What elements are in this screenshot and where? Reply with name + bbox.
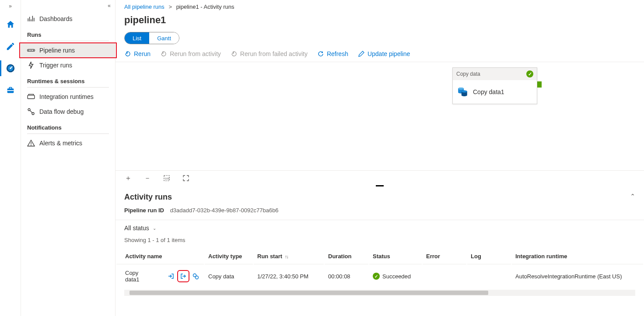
col-activity-name[interactable]: Activity name bbox=[116, 249, 204, 264]
activity-runs-section: Activity runs ⌄ bbox=[116, 186, 644, 204]
pipeline-runs-icon bbox=[27, 46, 35, 54]
pipeline-canvas[interactable]: Copy data Copy data1 ＋ bbox=[116, 62, 644, 186]
toolbar-rerun-failed: Rerun from failed activity bbox=[231, 50, 308, 57]
col-error[interactable]: Error bbox=[423, 249, 466, 264]
page-title: pipeline1 bbox=[116, 12, 644, 32]
svg-text:100: 100 bbox=[165, 177, 170, 180]
cell-activity-name: Copy data1 bbox=[125, 270, 154, 283]
col-status[interactable]: Status bbox=[369, 249, 422, 264]
sidebar-item-dashboards[interactable]: Dashboards bbox=[21, 11, 115, 26]
run-id-value: d3adadd7-032b-439e-9b87-0092c77ba6b6 bbox=[170, 207, 279, 214]
svg-rect-10 bbox=[28, 95, 35, 99]
svg-point-8 bbox=[31, 50, 32, 51]
col-run-start[interactable]: Run start↑↓ bbox=[254, 249, 324, 264]
svg-point-12 bbox=[32, 112, 34, 115]
sidebar-item-alerts-metrics[interactable]: Alerts & metrics bbox=[21, 136, 115, 151]
sidebar-item-data-flow-debug[interactable]: Data flow debug bbox=[21, 104, 115, 119]
rail-expand-icon[interactable]: » bbox=[9, 2, 12, 11]
view-toggle-list[interactable]: List bbox=[125, 32, 149, 44]
activity-card-name: Copy data1 bbox=[473, 88, 504, 95]
toolbar-refresh[interactable]: Refresh bbox=[317, 50, 348, 57]
zoom-in-icon[interactable]: ＋ bbox=[124, 174, 132, 182]
cell-activity-type: Copy data bbox=[205, 265, 253, 287]
output-icon[interactable] bbox=[178, 271, 188, 281]
input-icon[interactable] bbox=[166, 271, 176, 281]
sidebar-section-runs: Runs bbox=[27, 26, 109, 41]
sidebar-section-notifications: Notifications bbox=[27, 119, 109, 134]
rail-author[interactable] bbox=[3, 39, 18, 54]
sidebar-item-trigger-runs[interactable]: Trigger runs bbox=[21, 58, 115, 73]
data-flow-debug-icon bbox=[27, 108, 35, 116]
cell-log bbox=[467, 265, 511, 287]
run-id-row: Pipeline run ID d3adadd7-032b-439e-9b87-… bbox=[116, 204, 644, 220]
icon-rail: » bbox=[0, 0, 21, 316]
view-toggle-gantt[interactable]: Gantt bbox=[149, 32, 179, 44]
toolbar-rerun-label: Rerun bbox=[134, 50, 150, 57]
alerts-icon bbox=[27, 139, 35, 147]
integration-runtimes-icon bbox=[27, 93, 35, 101]
breadcrumb: All pipeline runs > pipeline1 - Activity… bbox=[116, 0, 644, 12]
scrollbar-thumb[interactable] bbox=[130, 291, 488, 295]
breadcrumb-sep: > bbox=[166, 4, 175, 10]
col-duration[interactable]: Duration bbox=[325, 249, 368, 264]
sidebar-label-pipeline-runs: Pipeline runs bbox=[39, 47, 75, 54]
cell-error bbox=[423, 265, 466, 287]
toolbar-update-label: Update pipeline bbox=[368, 50, 410, 57]
gauge-icon bbox=[6, 63, 15, 73]
canvas-footer: ＋ － 100 bbox=[116, 170, 644, 186]
sidebar-label-dashboards: Dashboards bbox=[39, 15, 73, 22]
col-ir[interactable]: Integration runtime bbox=[512, 249, 643, 264]
svg-point-22 bbox=[196, 276, 199, 279]
status-filter[interactable]: All status ⌄ bbox=[124, 225, 156, 232]
zoom-out-icon[interactable]: － bbox=[144, 174, 151, 182]
fullscreen-icon[interactable] bbox=[182, 174, 190, 182]
toolbox-icon bbox=[6, 85, 15, 95]
rail-home[interactable] bbox=[3, 17, 18, 32]
chevron-down-icon: ⌄ bbox=[153, 226, 156, 231]
activity-runs-table: Activity name Activity type Run start↑↓ … bbox=[116, 248, 644, 288]
rerun-failed-icon bbox=[231, 50, 238, 57]
horizontal-scrollbar[interactable] bbox=[124, 290, 635, 296]
details-icon[interactable] bbox=[191, 271, 200, 281]
sort-icon: ↑↓ bbox=[285, 254, 288, 259]
toolbar-rerun-failed-label: Rerun from failed activity bbox=[240, 50, 308, 57]
result-count: Showing 1 - 1 of 1 items bbox=[116, 234, 644, 248]
svg-point-11 bbox=[28, 109, 30, 111]
svg-point-9 bbox=[33, 50, 34, 51]
sidebar-section-runtimes: Runtimes & sessions bbox=[27, 73, 109, 88]
sidebar-item-integration-runtimes[interactable]: Integration runtimes bbox=[21, 89, 115, 104]
collapse-chevron-icon[interactable]: ⌄ bbox=[630, 193, 635, 200]
toolbar-rerun[interactable]: Rerun bbox=[124, 50, 150, 57]
zoom-fit-icon[interactable]: 100 bbox=[163, 174, 171, 182]
svg-point-7 bbox=[28, 50, 30, 51]
col-activity-type[interactable]: Activity type bbox=[205, 249, 253, 264]
sidebar-label-alerts-metrics: Alerts & metrics bbox=[39, 140, 82, 147]
status-success-icon bbox=[373, 273, 380, 280]
rail-monitor[interactable] bbox=[3, 60, 18, 76]
breadcrumb-root[interactable]: All pipeline runs bbox=[124, 4, 164, 10]
resize-handle[interactable] bbox=[376, 185, 384, 186]
toolbar-refresh-label: Refresh bbox=[327, 50, 348, 57]
toolbar-update-pipeline[interactable]: Update pipeline bbox=[358, 50, 410, 57]
svg-point-2 bbox=[10, 67, 11, 69]
view-toggle: List Gantt bbox=[124, 32, 179, 44]
toolbar-rerun-activity: Rerun from activity bbox=[160, 50, 221, 57]
cell-run-start: 1/27/22, 3:40:50 PM bbox=[254, 265, 324, 287]
svg-point-14 bbox=[31, 145, 32, 146]
filter-row: All status ⌄ bbox=[116, 220, 644, 234]
svg-point-18 bbox=[462, 90, 467, 92]
svg-rect-4 bbox=[9, 88, 12, 89]
sidebar-collapse-icon[interactable]: « bbox=[21, 3, 115, 11]
sidebar-label-trigger-runs: Trigger runs bbox=[39, 62, 72, 69]
refresh-icon bbox=[317, 50, 324, 57]
svg-rect-5 bbox=[7, 90, 14, 91]
rail-manage[interactable] bbox=[3, 82, 18, 98]
col-log[interactable]: Log bbox=[467, 249, 511, 264]
table-row[interactable]: Copy data1 bbox=[116, 265, 643, 287]
cell-ir: AutoResolveIntegrationRuntime (East US) bbox=[512, 265, 643, 287]
sidebar-item-pipeline-runs[interactable]: Pipeline runs bbox=[21, 43, 115, 58]
success-icon bbox=[526, 70, 533, 77]
sidebar: « Dashboards Runs Pipeline runs Trigger … bbox=[21, 0, 116, 316]
dashboard-icon bbox=[27, 15, 35, 23]
activity-card[interactable]: Copy data Copy data1 bbox=[452, 67, 537, 104]
